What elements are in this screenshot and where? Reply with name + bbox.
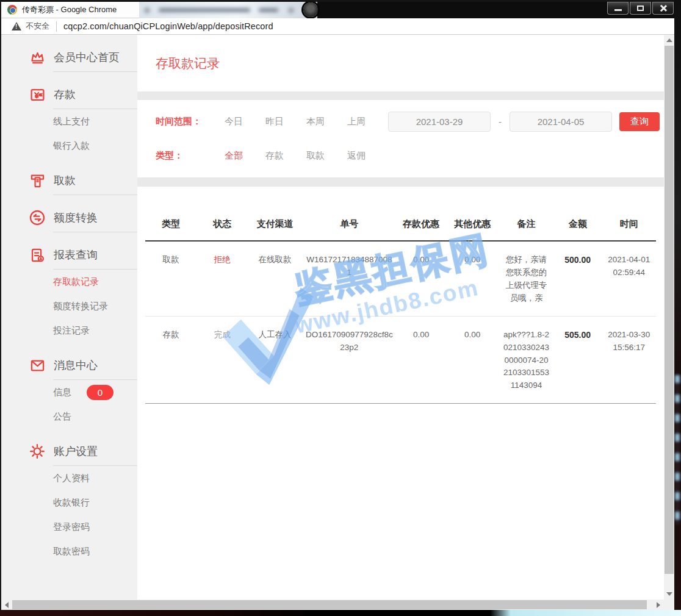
close-icon bbox=[659, 4, 667, 12]
sidebar-item-存取款记录[interactable]: 存取款记录 bbox=[1, 270, 137, 294]
filter-option-昨日[interactable]: 昨日 bbox=[265, 116, 284, 127]
window-frame-right bbox=[674, 0, 681, 616]
sidebar-separator bbox=[53, 232, 137, 232]
cell-deposit-bonus: 0.00 bbox=[397, 316, 445, 404]
transfer-icon bbox=[28, 209, 46, 227]
horizontal-scrollbar[interactable] bbox=[1, 600, 664, 610]
blur-dot bbox=[144, 7, 150, 13]
maximize-button[interactable] bbox=[630, 2, 651, 15]
cell-order-no: DO1617090977928cf8c23p2 bbox=[302, 316, 397, 404]
chrome-icon bbox=[7, 5, 17, 15]
sidebar-item-label: 账户设置 bbox=[54, 444, 98, 459]
filter-option-返佣[interactable]: 返佣 bbox=[347, 150, 366, 162]
sidebar-menu: 会员中心首页存款线上支付银行入款取款额度转换报表查询存取款记录额度转换记录投注记… bbox=[1, 35, 137, 600]
sidebar-item-label: 收款银行 bbox=[53, 497, 90, 509]
title-bar: 传奇彩票 - Google Chrome bbox=[1, 2, 674, 18]
sidebar-item-label: 投注记录 bbox=[53, 325, 90, 337]
table-body: 取款拒绝在线取款W1617217183488700810.000.00您好，亲请… bbox=[145, 241, 656, 404]
table-row: 取款拒绝在线取款W1617217183488700810.000.00您好，亲请… bbox=[145, 241, 656, 316]
edge-watermark-blobs bbox=[675, 375, 680, 525]
cell-channel: 人工存入 bbox=[248, 316, 301, 404]
sidebar-item-个人资料[interactable]: 个人资料 bbox=[1, 466, 137, 490]
vertical-scrollbar-thumb[interactable] bbox=[665, 46, 674, 574]
column-header-存款优惠: 存款优惠 bbox=[397, 205, 445, 241]
cell-amount: 500.00 bbox=[553, 241, 602, 316]
cell-channel: 在线取款 bbox=[248, 241, 301, 316]
sidebar-item-账户设置[interactable]: 账户设置 bbox=[1, 437, 137, 465]
sidebar-item-label: 银行入款 bbox=[53, 140, 90, 152]
records-table: 类型状态支付渠道单号存款优惠其他优惠备注金额时间 取款拒绝在线取款W161721… bbox=[145, 205, 656, 404]
address-separator bbox=[56, 21, 57, 32]
cell-status: 拒绝 bbox=[196, 241, 248, 316]
browser-window: 传奇彩票 - Google Chrome 不安全 cqcp2.com/chuan… bbox=[0, 0, 681, 616]
sidebar-item-label: 报表查询 bbox=[54, 248, 98, 262]
column-header-时间: 时间 bbox=[602, 205, 656, 241]
address-bar[interactable]: 不安全 cqcp2.com/chuanQiCPLoginWeb/app/depo… bbox=[1, 18, 674, 35]
gear-icon bbox=[28, 442, 46, 460]
scroll-down-arrow-icon[interactable] bbox=[666, 592, 672, 596]
close-button[interactable] bbox=[652, 2, 674, 15]
sidebar-item-投注记录[interactable]: 投注记录 bbox=[1, 318, 137, 343]
type-label: 类型： bbox=[156, 150, 225, 162]
table-header-row: 类型状态支付渠道单号存款优惠其他优惠备注金额时间 bbox=[145, 205, 656, 241]
sidebar-item-取款[interactable]: 取款 bbox=[1, 167, 137, 195]
maximize-icon bbox=[637, 5, 644, 11]
sidebar-item-额度转换记录[interactable]: 额度转换记录 bbox=[1, 294, 137, 318]
filter-option-存款[interactable]: 存款 bbox=[265, 150, 284, 162]
minimize-icon bbox=[614, 9, 622, 11]
sidebar-item-登录密码[interactable]: 登录密码 bbox=[1, 515, 137, 539]
horizontal-scrollbar-thumb[interactable] bbox=[12, 600, 647, 609]
minimize-button[interactable] bbox=[607, 2, 629, 15]
not-secure-warning-icon[interactable] bbox=[12, 22, 21, 30]
sidebar-item-线上支付[interactable]: 线上支付 bbox=[1, 109, 137, 134]
window-frame-left bbox=[0, 0, 1, 616]
sidebar-item-label: 个人资料 bbox=[53, 473, 90, 484]
sidebar-item-消息中心[interactable]: 消息中心 bbox=[1, 351, 137, 379]
time-range-label: 时间范围： bbox=[156, 116, 225, 127]
sidebar-item-取款密码[interactable]: 取款密码 bbox=[1, 539, 137, 564]
deposit-icon bbox=[28, 85, 46, 104]
filter-option-全部[interactable]: 全部 bbox=[225, 150, 243, 162]
report-icon bbox=[28, 246, 46, 264]
sidebar-item-label: 会员中心首页 bbox=[54, 50, 120, 65]
filter-option-今日[interactable]: 今日 bbox=[225, 116, 243, 127]
sidebar-item-银行入款[interactable]: 银行入款 bbox=[1, 134, 137, 158]
message-icon bbox=[28, 356, 46, 374]
scroll-left-arrow-icon[interactable] bbox=[5, 602, 9, 608]
blur-bar bbox=[159, 8, 250, 12]
column-header-支付渠道: 支付渠道 bbox=[248, 205, 301, 241]
sidebar-item-会员中心首页[interactable]: 会员中心首页 bbox=[1, 43, 137, 71]
sidebar-item-公告[interactable]: 公告 bbox=[1, 404, 137, 429]
blur-dot bbox=[288, 7, 294, 13]
cell-amount: 505.00 bbox=[553, 316, 602, 404]
cell-type: 取款 bbox=[145, 241, 196, 316]
sidebar-item-信息[interactable]: 信息0 bbox=[1, 380, 137, 404]
cell-remark: apk???1.8-202103302430000074-20210330155… bbox=[499, 316, 553, 404]
filter-option-本周[interactable]: 本周 bbox=[306, 116, 325, 127]
date-range-separator: - bbox=[499, 116, 502, 127]
cell-order-no: W161721718348870081 bbox=[302, 241, 397, 316]
date-from-input[interactable] bbox=[388, 112, 491, 132]
sidebar-item-存款[interactable]: 存款 bbox=[1, 81, 137, 109]
date-to-input[interactable] bbox=[510, 112, 612, 132]
url-text[interactable]: cqcp2.com/chuanQiCPLoginWeb/app/depositR… bbox=[63, 21, 273, 31]
scroll-up-arrow-icon[interactable] bbox=[666, 38, 672, 42]
column-header-备注: 备注 bbox=[499, 205, 553, 241]
sidebar-item-收款银行[interactable]: 收款银行 bbox=[1, 490, 137, 515]
page-title: 存取款记录 bbox=[156, 55, 220, 72]
sidebar-item-额度转换[interactable]: 额度转换 bbox=[1, 204, 137, 232]
not-secure-label[interactable]: 不安全 bbox=[26, 21, 49, 32]
sidebar-item-label: 额度转换记录 bbox=[53, 301, 108, 312]
scroll-right-arrow-icon[interactable] bbox=[657, 602, 660, 608]
sidebar-item-label: 线上支付 bbox=[53, 116, 90, 127]
filter-option-取款[interactable]: 取款 bbox=[306, 150, 325, 162]
sidebar-item-报表查询[interactable]: 报表查询 bbox=[1, 241, 137, 269]
message-count-badge: 0 bbox=[87, 385, 114, 400]
records-panel: 类型状态支付渠道单号存款优惠其他优惠备注金额时间 取款拒绝在线取款W161721… bbox=[137, 187, 664, 600]
column-header-其他优惠: 其他优惠 bbox=[445, 205, 499, 241]
filter-option-上周[interactable]: 上周 bbox=[347, 116, 366, 127]
vertical-scrollbar[interactable] bbox=[664, 35, 674, 600]
query-button[interactable]: 查询 bbox=[619, 112, 660, 131]
background-window-blur bbox=[139, 2, 317, 18]
page-viewport: 会员中心首页存款线上支付银行入款取款额度转换报表查询存取款记录额度转换记录投注记… bbox=[1, 35, 664, 600]
